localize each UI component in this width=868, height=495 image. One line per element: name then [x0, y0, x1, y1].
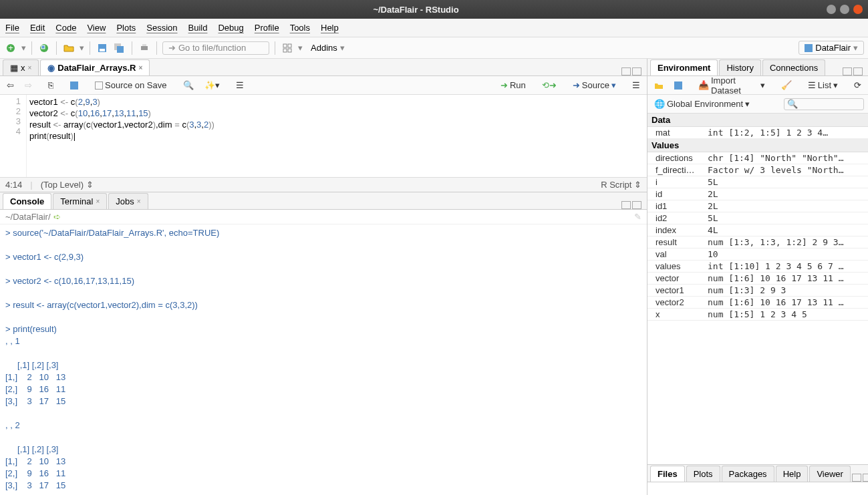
save-file-button[interactable] — [67, 79, 82, 92]
print-button[interactable] — [138, 41, 151, 55]
env-row[interactable]: i5L — [647, 176, 868, 188]
tab-viewer[interactable]: Viewer — [809, 466, 851, 482]
forward-button[interactable]: ⇨ — [22, 79, 35, 92]
refresh-button[interactable]: ⟳ — [851, 79, 864, 92]
env-row[interactable]: valuesint [1:10] 1 2 3 4 5 6 7 … — [647, 261, 868, 273]
code-editor[interactable]: 1234 vector1 <- c(2,9,3) vector2 <- c(10… — [0, 95, 647, 177]
close-tab-icon[interactable]: × — [28, 64, 32, 71]
env-row[interactable]: val10 — [647, 249, 868, 261]
find-button[interactable]: 🔍 — [180, 79, 196, 92]
menu-file[interactable]: File — [5, 23, 19, 33]
open-file-button[interactable] — [62, 41, 76, 55]
maximize-button[interactable] — [840, 5, 849, 14]
close-button[interactable] — [853, 5, 863, 14]
rerun-button[interactable]: ⟲➜ — [539, 79, 559, 92]
maximize-pane-icon[interactable] — [853, 67, 863, 75]
close-tab-icon[interactable]: × — [138, 64, 142, 71]
global-env-selector[interactable]: 🌐 Global Environment ▾ — [652, 98, 752, 110]
env-row[interactable]: id2L — [647, 188, 868, 200]
menu-tools[interactable]: Tools — [290, 23, 310, 33]
env-var-value: num [1:5] 1 2 3 4 5 — [708, 309, 868, 319]
tab-plots[interactable]: Plots — [686, 466, 720, 482]
env-row[interactable]: resultnum [1:3, 1:3, 1:2] 2 9 3… — [647, 236, 868, 249]
env-row[interactable]: id12L — [647, 200, 868, 212]
file-type-selector[interactable]: R Script ⇕ — [601, 180, 641, 190]
minimize-pane-icon[interactable] — [621, 67, 631, 75]
console-output[interactable]: > source('~/DataFlair/DataFlair_Arrays.R… — [0, 224, 647, 495]
menu-edit[interactable]: Edit — [30, 23, 45, 33]
back-button[interactable]: ⇦ — [4, 79, 17, 92]
menu-view[interactable]: View — [87, 23, 106, 33]
save-all-button[interactable] — [113, 41, 126, 55]
new-file-button[interactable]: + — [4, 41, 17, 55]
menubar: File Edit Code View Plots Session Build … — [0, 19, 868, 37]
clear-env-button[interactable]: 🧹 — [778, 79, 794, 92]
tab-jobs[interactable]: Jobs× — [108, 193, 148, 209]
menu-session[interactable]: Session — [146, 23, 177, 33]
env-row[interactable]: vectornum [1:6] 10 16 17 13 11 … — [647, 273, 868, 285]
source-tab-arrays[interactable]: ◉ DataFlair_Arrays.R × — [40, 59, 150, 75]
source-tab-x[interactable]: ▦ x × — [3, 59, 39, 75]
save-workspace-button[interactable] — [672, 80, 685, 91]
source-button[interactable]: ➜ Source ▾ — [570, 79, 619, 92]
menu-help[interactable]: Help — [321, 23, 339, 33]
goto-file-input[interactable]: ➜ Go to file/function — [162, 41, 269, 55]
menu-profile[interactable]: Profile — [255, 23, 279, 33]
tab-connections[interactable]: Connections — [762, 59, 825, 75]
show-in-new-window-button[interactable]: ⎘ — [45, 79, 56, 92]
env-row[interactable]: vector1num [1:3] 2 9 3 — [647, 285, 868, 297]
minimize-pane-icon[interactable] — [852, 474, 861, 482]
save-button[interactable] — [96, 41, 109, 55]
maximize-pane-icon[interactable] — [863, 474, 868, 482]
menu-code[interactable]: Code — [55, 23, 76, 33]
new-project-button[interactable] — [37, 41, 51, 55]
env-search-input[interactable]: 🔍 — [784, 98, 864, 110]
addins-button[interactable]: Addins ▾ — [307, 41, 349, 54]
tab-help[interactable]: Help — [776, 466, 809, 482]
wand-button[interactable]: ✨▾ — [202, 79, 223, 92]
clear-console-icon[interactable]: ✎ — [634, 212, 641, 222]
code-content[interactable]: vector1 <- c(2,9,3) vector2 <- c(10,16,1… — [27, 95, 647, 177]
source-on-save-check[interactable]: Source on Save — [92, 79, 170, 92]
line-gutter: 1234 — [0, 95, 27, 177]
tab-terminal[interactable]: Terminal× — [53, 193, 107, 209]
left-column: ▦ x × ◉ DataFlair_Arrays.R × ⇦ — [0, 59, 647, 495]
close-tab-icon[interactable]: × — [137, 198, 141, 205]
minimize-button[interactable] — [827, 5, 836, 14]
menu-debug[interactable]: Debug — [218, 23, 243, 33]
import-dataset-button[interactable]: 📥 Import Dataset ▾ — [696, 74, 768, 97]
load-workspace-button[interactable] — [652, 80, 666, 91]
minimize-pane-icon[interactable] — [843, 67, 852, 75]
scope-selector[interactable]: (Top Level) ⇕ — [41, 180, 94, 190]
menu-plots[interactable]: Plots — [116, 23, 136, 33]
maximize-pane-icon[interactable] — [632, 201, 641, 209]
menu-build[interactable]: Build — [188, 23, 208, 33]
grid-button[interactable] — [281, 41, 294, 55]
env-row[interactable]: index4L — [647, 224, 868, 236]
env-var-value: int [1:2, 1:5] 1 2 3 4… — [708, 128, 868, 138]
project-selector[interactable]: DataFlair ▾ — [799, 41, 864, 55]
titlebar: ~/DataFlair - RStudio — [0, 0, 868, 19]
tab-console[interactable]: Console — [3, 193, 51, 209]
env-var-name: x — [647, 309, 708, 319]
env-row[interactable]: id25L — [647, 212, 868, 224]
outline-button[interactable]: ☰ — [233, 79, 247, 92]
tab-history[interactable]: History — [719, 59, 760, 75]
outline-toggle-button[interactable]: ☰ — [629, 79, 643, 92]
source-toolbar: ⇦ ⇨ ⎘ Source on Save 🔍 ✨▾ ☰ — [0, 76, 647, 95]
minimize-pane-icon[interactable] — [621, 201, 631, 209]
tab-packages[interactable]: Packages — [722, 466, 774, 482]
env-row[interactable]: directionschr [1:4] "North" "North"… — [647, 152, 868, 164]
tab-files[interactable]: Files — [650, 466, 685, 482]
run-button[interactable]: ➜ Run — [498, 79, 529, 92]
tab-environment[interactable]: Environment — [650, 59, 718, 75]
maximize-pane-icon[interactable] — [632, 67, 641, 75]
close-tab-icon[interactable]: × — [96, 198, 100, 205]
env-row[interactable]: f_directi…Factor w/ 3 levels "North… — [647, 164, 868, 176]
env-row[interactable]: vector2num [1:6] 10 16 17 13 11 … — [647, 297, 868, 309]
r-file-icon: ◉ — [47, 63, 55, 73]
window-title: ~/DataFlair - RStudio — [5, 5, 827, 15]
env-row[interactable]: xnum [1:5] 1 2 3 4 5 — [647, 309, 868, 321]
list-view-button[interactable]: ☰ List ▾ — [805, 79, 841, 92]
env-row[interactable]: matint [1:2, 1:5] 1 2 3 4… — [647, 127, 868, 139]
